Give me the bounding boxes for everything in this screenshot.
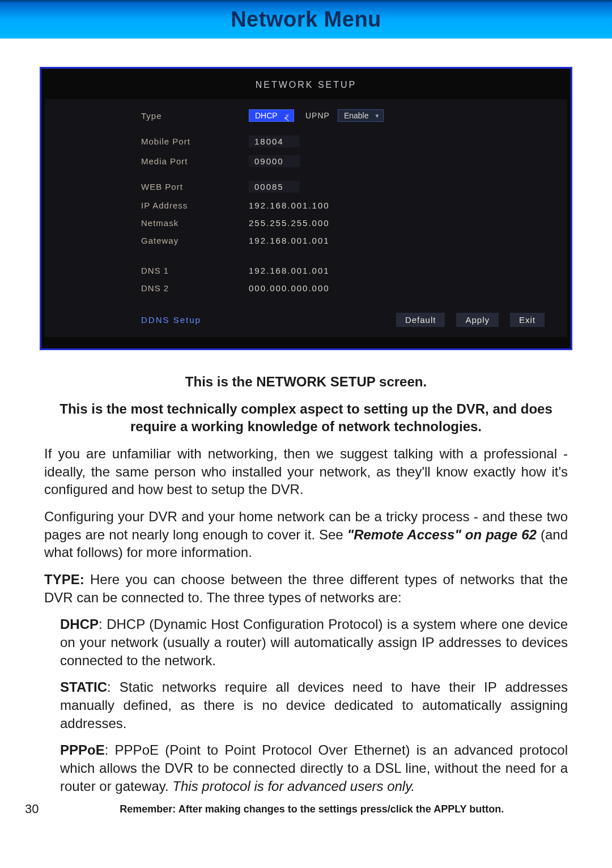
paragraph-pppoe: PPPoE: PPPoE (Point to Point Protocol Ov…: [44, 741, 568, 795]
banner-title: Network Menu: [231, 7, 381, 32]
upnp-label: UPNP: [305, 111, 330, 120]
caption-line-1: This is the NETWORK SETUP screen.: [44, 373, 568, 391]
caption-line-2: This is the most technically complex asp…: [44, 400, 568, 436]
type-dropdown-value: DHCP: [255, 111, 278, 120]
dvr-window-title: NETWORK SETUP: [41, 80, 571, 90]
pppoe-note: This protocol is for advanced users only…: [172, 778, 415, 794]
type-label: Type: [141, 111, 249, 121]
netmask-label: Netmask: [141, 218, 249, 228]
mobile-port-label: Mobile Port: [141, 137, 249, 146]
dvr-screenshot: NETWORK SETUP Type DHCP ▼ ↖ UPNP Enable …: [40, 67, 572, 350]
gateway-label: Gateway: [141, 236, 249, 245]
media-port-label: Media Port: [141, 156, 249, 166]
web-port-input[interactable]: 00085: [249, 181, 300, 193]
type-lead: TYPE:: [44, 572, 84, 587]
cursor-icon: ↖: [284, 115, 290, 123]
dns2-label: DNS 2: [141, 283, 249, 293]
type-body: Here you can choose between the three di…: [44, 572, 568, 605]
static-body: : Static networks require all devices ne…: [60, 679, 568, 730]
ip-address-value: 192.168.001.100: [249, 201, 330, 210]
exit-button[interactable]: Exit: [510, 313, 545, 327]
dns1-value: 192.168.001.001: [249, 266, 330, 275]
netmask-value: 255.255.255.000: [249, 218, 330, 228]
paragraph-type: TYPE: Here you can choose between the th…: [44, 571, 568, 606]
ddns-setup-link[interactable]: DDNS Setup: [141, 315, 201, 325]
media-port-input[interactable]: 09000: [249, 155, 300, 167]
page-banner: Network Menu: [0, 0, 612, 39]
static-lead: STATIC: [60, 679, 107, 695]
footer-note: Remember: After making changes to the se…: [56, 803, 568, 815]
ip-address-label: IP Address: [141, 201, 249, 210]
web-port-label: WEB Port: [141, 182, 249, 192]
dns1-label: DNS 1: [141, 266, 249, 275]
remote-access-ref: "Remote Access" on page 62: [347, 527, 537, 542]
apply-button[interactable]: Apply: [456, 313, 499, 327]
pppoe-lead: PPPoE: [60, 742, 105, 758]
paragraph-config: Configuring your DVR and your home netwo…: [44, 508, 568, 561]
paragraph-intro: If you are unfamiliar with networking, t…: [44, 445, 568, 499]
page-number: 30: [25, 802, 39, 816]
paragraph-dhcp: DHCP: DHCP (Dynamic Host Configuration P…: [44, 615, 568, 669]
paragraph-static: STATIC: Static networks require all devi…: [44, 678, 568, 732]
dhcp-body: : DHCP (Dynamic Host Configuration Proto…: [60, 616, 568, 667]
dhcp-lead: DHCP: [60, 616, 99, 632]
gateway-value: 192.168.001.001: [249, 236, 330, 245]
chevron-down-icon: ▼: [369, 113, 380, 119]
mobile-port-input[interactable]: 18004: [249, 135, 300, 147]
upnp-dropdown[interactable]: Enable ▼: [338, 109, 384, 122]
upnp-dropdown-value: Enable: [344, 111, 369, 120]
default-button[interactable]: Default: [396, 313, 445, 327]
dns2-value: 000.000.000.000: [249, 283, 330, 293]
